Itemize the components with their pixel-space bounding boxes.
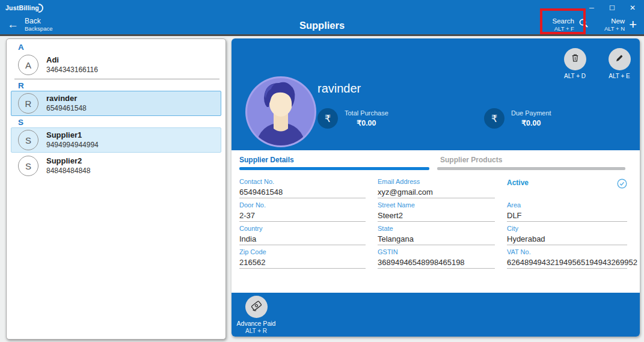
pencil-icon xyxy=(615,53,624,66)
total-purchase-stat: ₹ Total Purchase ₹0.00 xyxy=(317,108,388,129)
supplier-name: ravinder xyxy=(46,94,87,103)
detail-body: Supplier Details Supplier Products Conta… xyxy=(232,150,640,293)
supplier-avatar xyxy=(245,76,317,148)
group-letter-s: S xyxy=(18,118,225,127)
due-payment-value: ₹0.00 xyxy=(511,119,551,128)
supplier-phone: 84848484848 xyxy=(46,166,90,176)
list-item-ravinder[interactable]: R ravinder 6549461548 xyxy=(11,91,221,116)
logo-swoosh-icon xyxy=(38,4,43,13)
close-button[interactable]: ✕ xyxy=(622,0,643,16)
field-email-address: Email Address xyz@gmail.com xyxy=(378,177,495,198)
new-button[interactable]: New ALT + N + xyxy=(604,17,637,32)
app-logo-text: JustBilling xyxy=(5,4,39,11)
list-avatar: S xyxy=(18,130,38,150)
advance-paid-label: Advance Paid xyxy=(236,320,276,327)
window-controls: ─ ☐ ✕ xyxy=(581,0,644,16)
supplier-list-panel: A A Adi 3464343166116 R R ravinder 65494… xyxy=(6,38,226,340)
field-country: Country India xyxy=(239,224,366,245)
supplier-details-form: Contact No. 6549461548 Email Address xyz… xyxy=(239,177,627,269)
field-gstin: GSTIN 36894946548998465198 xyxy=(378,248,495,269)
group-letter-r: R xyxy=(18,81,225,90)
list-item-adi[interactable]: A Adi 3464343166116 xyxy=(11,52,221,78)
field-state: State Telangana xyxy=(378,224,495,245)
detail-supplier-name: ravinder xyxy=(317,82,361,96)
total-purchase-label: Total Purchase xyxy=(345,109,388,117)
list-avatar: R xyxy=(18,93,38,114)
list-avatar: A xyxy=(18,55,38,75)
detail-hero: ravinder ₹ Total Purchase ₹0.00 ₹ Due Pa… xyxy=(232,38,640,150)
active-tab-indicator xyxy=(239,167,429,170)
field-city: City Hyderabad xyxy=(507,224,627,245)
new-shortcut: ALT + N xyxy=(604,25,625,32)
rupee-icon: ₹ xyxy=(484,108,504,129)
due-payment-label: Due Payment xyxy=(511,109,551,117)
supplier-name: Adi xyxy=(46,55,98,65)
detail-bottom-bar: Advance Paid ALT + R xyxy=(232,293,640,337)
annotation-box xyxy=(540,8,586,34)
app-logo: JustBilling xyxy=(5,4,43,13)
edit-button[interactable]: ALT + E xyxy=(604,48,635,79)
active-status-label: Active xyxy=(507,179,529,187)
supplier-phone: 3464343166116 xyxy=(46,66,98,75)
inactive-tab-indicator xyxy=(437,167,625,170)
list-item-supplier2[interactable]: S Supplier2 84848484848 xyxy=(11,153,221,179)
list-item-supplier1[interactable]: S Supplier1 9494994944994 xyxy=(11,127,221,153)
advance-paid-shortcut: ALT + R xyxy=(236,328,276,335)
rupee-icon: ₹ xyxy=(317,108,338,129)
supplier-name: Supplier1 xyxy=(46,130,99,140)
new-label: New xyxy=(604,17,625,25)
group-letter-a: A xyxy=(18,43,225,52)
field-contact-no: Contact No. 6549461548 xyxy=(239,177,366,198)
tab-supplier-products[interactable]: Supplier Products xyxy=(437,156,625,170)
list-divider xyxy=(14,79,219,79)
supplier-phone: 9494994944994 xyxy=(46,141,99,150)
delete-shortcut: ALT + D xyxy=(559,73,590,79)
delete-button[interactable]: ALT + D xyxy=(559,48,590,79)
status-active: Active xyxy=(507,177,627,198)
check-circle-icon[interactable] xyxy=(617,179,627,191)
list-avatar: S xyxy=(18,156,38,176)
app-window: JustBilling ─ ☐ ✕ ← Back Backspace Suppl… xyxy=(0,0,644,342)
total-purchase-value: ₹0.00 xyxy=(345,119,388,128)
tab-supplier-details[interactable]: Supplier Details xyxy=(239,156,429,170)
trash-icon xyxy=(570,53,580,66)
field-vat-no: VAT No. 626489494321949565194943269952 xyxy=(507,248,627,269)
field-zip-code: Zip Code 216562 xyxy=(239,248,366,269)
maximize-button[interactable]: ☐ xyxy=(602,0,622,16)
advance-paid-button[interactable]: Advance Paid ALT + R xyxy=(236,296,276,335)
due-payment-stat: ₹ Due Payment ₹0.00 xyxy=(484,108,551,129)
plus-icon: + xyxy=(629,18,637,31)
supplier-name: Supplier2 xyxy=(46,156,90,166)
supplier-phone: 6549461548 xyxy=(46,104,87,113)
edit-shortcut: ALT + E xyxy=(604,73,635,79)
field-door-no: Door No. 2-37 xyxy=(239,201,366,222)
field-area: Area DLF xyxy=(507,201,627,222)
cash-note-icon xyxy=(250,300,262,314)
field-street-name: Street Name Steert2 xyxy=(378,201,495,222)
supplier-detail-panel: ravinder ₹ Total Purchase ₹0.00 ₹ Due Pa… xyxy=(232,38,640,337)
